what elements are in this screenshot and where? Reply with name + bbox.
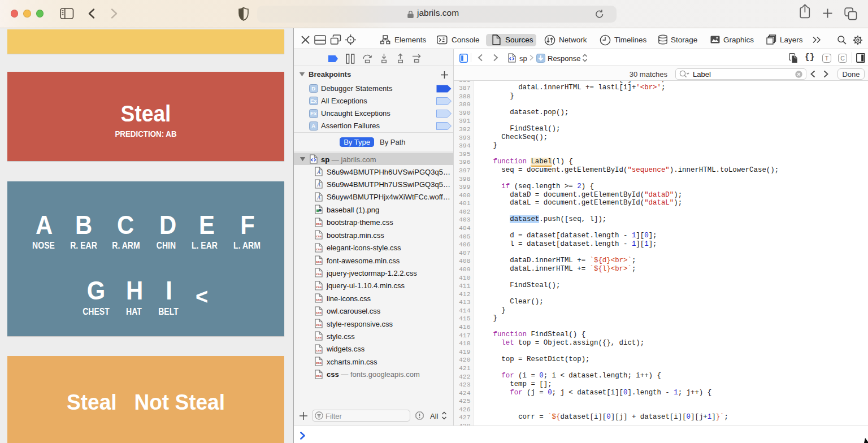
svg-text:css: css [316,336,322,340]
svg-text:css: css [316,297,322,301]
svg-text:A: A [316,181,321,188]
svg-text:css: css [316,348,322,352]
svg-text:A: A [316,169,321,175]
svg-text:css: css [316,285,322,289]
svg-text:A: A [316,194,321,201]
svg-text:css: css [316,222,322,225]
svg-text:css: css [316,259,322,263]
svg-text:css: css [316,310,322,314]
svg-text:css: css [316,247,322,251]
svg-text:css: css [316,272,322,276]
svg-text:css: css [316,234,322,238]
svg-text:css: css [316,323,322,327]
svg-text:css: css [316,361,322,364]
svg-text:css: css [316,373,322,377]
